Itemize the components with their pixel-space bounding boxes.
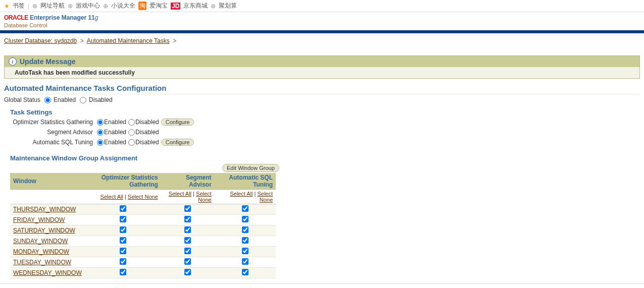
- bookmark-item[interactable]: 爱淘宝: [150, 2, 168, 10]
- task-row-segment: Segment Advisor Enabled Disabled: [8, 127, 640, 137]
- brand-oracle: ORACLE: [4, 14, 28, 21]
- select-none-link[interactable]: Select None: [196, 191, 212, 203]
- bookmark-item[interactable]: 小说大全: [111, 2, 135, 10]
- globe-icon: ⊕: [68, 3, 73, 10]
- brand-version: g: [95, 14, 98, 21]
- update-title: Update Message: [20, 57, 75, 66]
- bookmark-item[interactable]: 游戏中心: [76, 2, 100, 10]
- globe-icon: ⊕: [103, 3, 108, 10]
- bookmark-bar: ★ 书签 | ⊕ 网址导航 ⊕ 游戏中心 ⊕ 小说大全 淘 爱淘宝 JD 京东商…: [0, 0, 644, 12]
- bookmark-item[interactable]: 网址导航: [40, 2, 65, 10]
- breadcrumb: Cluster Database: sydqzdb > Automated Ma…: [0, 33, 644, 44]
- select-all-link[interactable]: Select All: [230, 191, 253, 197]
- window-checkbox[interactable]: [120, 248, 126, 254]
- globe-icon: ⊕: [211, 3, 216, 10]
- optimizer-disabled-radio[interactable]: [128, 119, 135, 126]
- crumb-cluster-db[interactable]: Cluster Database: sydqzdb: [4, 37, 77, 44]
- window-checkbox[interactable]: [184, 216, 191, 222]
- window-checkbox[interactable]: [184, 237, 191, 244]
- window-checkbox[interactable]: [120, 269, 126, 275]
- global-status-enabled-radio[interactable]: [44, 97, 51, 103]
- disabled-label: Disabled: [135, 119, 159, 126]
- window-link[interactable]: WEDNESDAY_WINDOW: [13, 269, 82, 276]
- window-checkbox[interactable]: [242, 248, 249, 254]
- window-link[interactable]: MONDAY_WINDOW: [13, 248, 69, 255]
- window-checkbox[interactable]: [242, 205, 249, 212]
- task-label: Optimizer Statistics Gathering: [8, 119, 95, 126]
- bookmark-star-label[interactable]: 书签: [13, 2, 25, 10]
- window-checkbox[interactable]: [120, 205, 126, 212]
- disabled-label: Disabled: [135, 139, 159, 146]
- enabled-label: Enabled: [104, 139, 126, 146]
- task-label: Segment Advisor: [8, 129, 95, 136]
- select-all-link[interactable]: Select All: [101, 194, 123, 200]
- globe-icon: ⊕: [32, 3, 37, 10]
- disabled-label: Disabled: [135, 129, 159, 136]
- sqltuning-disabled-radio[interactable]: [128, 139, 135, 146]
- window-checkbox[interactable]: [120, 258, 126, 265]
- update-message-box: i Update Message AutoTask has been modif…: [4, 55, 640, 79]
- database-control-label: Database Control: [0, 22, 644, 30]
- col-segment: Segment Advisor: [161, 173, 215, 190]
- global-status-row: Global Status Enabled Disabled: [0, 94, 644, 105]
- window-checkbox[interactable]: [120, 216, 126, 222]
- brand-em: Enterprise Manager 11: [30, 14, 95, 21]
- configure-sqltuning-button[interactable]: Configure: [161, 139, 194, 146]
- enabled-label: Enabled: [104, 119, 126, 126]
- window-checkbox[interactable]: [242, 237, 249, 244]
- global-status-disabled-radio[interactable]: [80, 97, 86, 103]
- task-row-optimizer: Optimizer Statistics Gathering Enabled D…: [8, 117, 640, 127]
- table-row: TUESDAY_WINDOW: [10, 257, 276, 268]
- window-link[interactable]: THURSDAY_WINDOW: [13, 206, 76, 213]
- optimizer-enabled-radio[interactable]: [97, 119, 104, 126]
- window-checkbox[interactable]: [242, 226, 249, 233]
- window-link[interactable]: TUESDAY_WINDOW: [13, 259, 71, 266]
- window-checkbox[interactable]: [120, 226, 126, 233]
- select-all-link[interactable]: Select All: [169, 191, 191, 197]
- info-icon: i: [9, 57, 17, 66]
- window-checkbox[interactable]: [184, 258, 191, 265]
- configure-optimizer-button[interactable]: Configure: [161, 119, 194, 126]
- col-window: Window: [10, 173, 85, 190]
- window-checkbox[interactable]: [242, 258, 249, 265]
- footer-links: Cluster | Database | Setup | Preferences…: [0, 283, 644, 288]
- disabled-label: Disabled: [89, 96, 113, 103]
- segment-enabled-radio[interactable]: [97, 129, 104, 136]
- mw-title: Maintenance Window Group Assignment: [10, 154, 640, 162]
- select-none-link[interactable]: Select None: [128, 194, 158, 200]
- col-sqltuning: Automatic SQL Tuning: [215, 173, 276, 190]
- enabled-label: Enabled: [54, 96, 76, 103]
- task-settings-grid: Optimizer Statistics Gathering Enabled D…: [0, 117, 644, 147]
- table-row: THURSDAY_WINDOW: [10, 204, 276, 215]
- table-row: SATURDAY_WINDOW: [10, 225, 276, 236]
- enabled-label: Enabled: [104, 129, 126, 136]
- window-checkbox[interactable]: [184, 248, 191, 254]
- update-text: AutoTask has been modified successfully: [5, 67, 639, 78]
- header: ORACLE Enterprise Manager 11g: [0, 12, 644, 22]
- window-checkbox[interactable]: [120, 237, 126, 244]
- task-label: Automatic SQL Tuning: [8, 139, 95, 146]
- window-link[interactable]: FRIDAY_WINDOW: [13, 216, 65, 223]
- crumb-amt[interactable]: Automated Maintenance Tasks: [87, 37, 170, 44]
- window-link[interactable]: SUNDAY_WINDOW: [13, 238, 68, 245]
- jd-icon: JD: [171, 3, 180, 10]
- sqltuning-enabled-radio[interactable]: [97, 139, 104, 146]
- window-checkbox[interactable]: [184, 269, 191, 275]
- segment-disabled-radio[interactable]: [128, 129, 135, 136]
- window-checkbox[interactable]: [184, 205, 191, 212]
- window-link[interactable]: SATURDAY_WINDOW: [13, 227, 75, 234]
- bookmark-item[interactable]: 京东商城: [183, 2, 208, 10]
- bookmark-item[interactable]: 聚划算: [219, 2, 237, 10]
- window-checkbox[interactable]: [242, 216, 249, 222]
- col-optimizer: Optimizer Statistics Gathering: [85, 173, 161, 190]
- edit-window-group-button[interactable]: Edit Window Group: [222, 164, 279, 172]
- table-row: SUNDAY_WINDOW: [10, 236, 276, 247]
- table-row: FRIDAY_WINDOW: [10, 215, 276, 225]
- window-checkbox[interactable]: [242, 269, 249, 275]
- window-table: Window Optimizer Statistics Gathering Se…: [10, 173, 276, 278]
- crumb-sep: >: [80, 37, 84, 44]
- page-title: Automated Maintenance Tasks Configuratio…: [4, 84, 640, 94]
- global-status-label: Global Status: [4, 96, 40, 103]
- window-checkbox[interactable]: [184, 226, 191, 233]
- select-none-link[interactable]: Select None: [257, 191, 273, 203]
